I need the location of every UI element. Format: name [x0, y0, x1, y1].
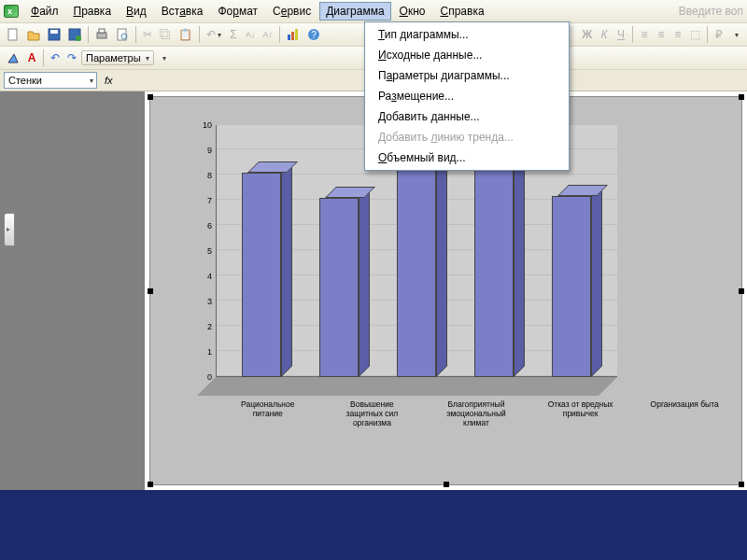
y-tick: 2: [207, 322, 212, 331]
y-axis[interactable]: 012345678910: [188, 125, 214, 377]
y-tick: 9: [207, 146, 212, 155]
resize-handle[interactable]: [739, 94, 744, 100]
menu-view[interactable]: Вид: [120, 2, 153, 21]
align-left-icon[interactable]: ≡: [637, 25, 652, 44]
svg-rect-0: [8, 29, 17, 40]
x-label: Организация быта: [647, 400, 722, 484]
y-tick: 10: [203, 120, 212, 130]
search-hint[interactable]: Введите воп: [679, 5, 743, 18]
x-label: Рациональное питание: [231, 400, 305, 484]
new-icon[interactable]: [4, 25, 22, 44]
undo-icon[interactable]: ↶▾: [204, 25, 224, 44]
sum-icon[interactable]: Σ: [226, 25, 241, 44]
resize-handle[interactable]: [739, 482, 744, 487]
chart-wizard-icon[interactable]: [284, 25, 303, 44]
chart-bar[interactable]: [319, 198, 359, 377]
redo2-icon[interactable]: ↷: [64, 49, 79, 67]
currency-icon[interactable]: ₽: [712, 25, 726, 44]
resize-handle[interactable]: [739, 288, 744, 294]
underline-icon[interactable]: Ч: [613, 25, 628, 44]
italic-icon[interactable]: К: [597, 25, 612, 44]
x-label: Благоприятный эмоциональный климат: [439, 400, 514, 484]
svg-rect-6: [99, 29, 105, 33]
params-dropdown[interactable]: Параметры ▾: [81, 50, 154, 65]
sort-asc-icon[interactable]: A↓: [243, 25, 259, 44]
svg-text:?: ?: [311, 30, 317, 40]
y-tick: 0: [207, 372, 212, 382]
bold-icon[interactable]: Ж: [579, 25, 595, 44]
y-tick: 6: [207, 221, 212, 231]
resize-handle[interactable]: [148, 482, 153, 487]
y-tick: 3: [207, 297, 212, 306]
menu-3d-view[interactable]: Объемный вид...: [365, 147, 569, 168]
menu-add-data[interactable]: Добавить данные...: [365, 106, 569, 127]
align-right-icon[interactable]: ≡: [670, 25, 685, 44]
resize-handle[interactable]: [148, 288, 153, 294]
chart-floor[interactable]: [197, 377, 617, 396]
chart-bar[interactable]: [552, 196, 591, 377]
y-tick: 4: [207, 272, 212, 281]
save-as-icon[interactable]: [65, 25, 84, 44]
merge-icon[interactable]: ⬚: [687, 25, 703, 44]
fx-icon[interactable]: fx: [105, 75, 113, 86]
menu-source-data[interactable]: Исходные данные...: [365, 45, 569, 65]
menu-chart[interactable]: Диаграмма: [319, 2, 390, 21]
menu-edit[interactable]: Правка: [67, 2, 119, 21]
menu-insert[interactable]: Вставка: [155, 2, 210, 21]
more-icon[interactable]: ▾: [156, 49, 171, 67]
cut-icon[interactable]: ✂: [140, 25, 155, 44]
menu-help[interactable]: Справка: [434, 2, 491, 21]
y-tick: 5: [207, 246, 212, 256]
help-icon[interactable]: ?: [304, 25, 323, 44]
format-object-icon[interactable]: [4, 49, 22, 67]
menu-window[interactable]: Окно: [393, 2, 432, 21]
menu-file[interactable]: Файл: [24, 2, 65, 21]
x-label: Вовышение защитных сил организма: [334, 400, 409, 484]
menubar: Файл Правка Вид Вставка Формат Сервис Ди…: [0, 0, 747, 23]
menu-chart-type[interactable]: Тип диаграммы...: [365, 24, 569, 45]
menu-tools[interactable]: Сервис: [266, 2, 317, 21]
svg-rect-10: [291, 32, 294, 40]
left-gutter: [0, 91, 145, 490]
svg-rect-9: [288, 35, 290, 40]
x-axis-labels: Рациональное питание Вовышение защитных …: [216, 400, 737, 484]
y-tick: 8: [207, 171, 212, 180]
sort-desc-icon[interactable]: A↑: [261, 25, 276, 44]
menu-add-trendline: Добавить линию тренда...: [365, 127, 569, 147]
fill-color-icon[interactable]: ▾: [728, 25, 743, 44]
y-tick: 7: [207, 196, 212, 205]
chart-bar[interactable]: [242, 173, 281, 377]
copy-icon[interactable]: ⿻: [157, 25, 174, 44]
menu-chart-options[interactable]: Параметры диаграммы...: [365, 65, 569, 86]
svg-rect-5: [97, 33, 106, 38]
save-icon[interactable]: [45, 25, 63, 44]
chart-menu-popup: Тип диаграммы... Исходные данные... Пара…: [364, 21, 570, 171]
x-label: Отказ от вредных привычек: [543, 400, 618, 484]
align-center-icon[interactable]: ≡: [654, 25, 669, 44]
svg-rect-11: [295, 29, 298, 40]
chevron-down-icon: ▾: [90, 77, 93, 85]
params-label: Параметры: [86, 52, 141, 63]
font-color-icon[interactable]: A: [24, 49, 39, 67]
y-tick: 1: [207, 347, 212, 357]
name-box[interactable]: Стенки ▾: [4, 72, 97, 89]
name-box-value: Стенки: [8, 75, 42, 86]
menu-location[interactable]: Размещение...: [365, 86, 569, 106]
undo2-icon[interactable]: ↶: [48, 49, 63, 67]
print-preview-icon[interactable]: [113, 25, 132, 44]
menu-format[interactable]: Формат: [211, 2, 264, 21]
task-pane-expander[interactable]: [4, 213, 15, 246]
paste-icon[interactable]: 📋: [176, 25, 195, 44]
chevron-down-icon: ▾: [146, 54, 149, 63]
svg-rect-2: [50, 30, 58, 34]
svg-point-4: [76, 35, 81, 41]
print-icon[interactable]: [92, 25, 111, 44]
excel-window: Файл Правка Вид Вставка Формат Сервис Ди…: [0, 0, 747, 490]
open-icon[interactable]: [24, 25, 43, 44]
app-icon: [4, 5, 19, 18]
resize-handle[interactable]: [148, 94, 153, 100]
